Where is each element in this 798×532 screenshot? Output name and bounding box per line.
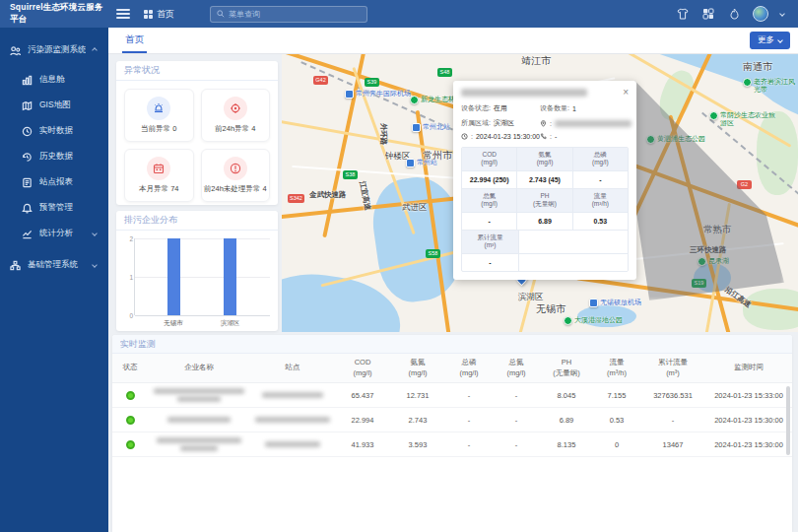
sidebar-item-label: GIS地图 [39, 100, 99, 111]
tab-home[interactable]: 首页 [122, 28, 147, 53]
monitor-time: 2024-01-23 15:33:00 [705, 391, 792, 400]
poi-label: 老齐岩滨江风光带 [754, 78, 798, 94]
chevron-up-icon [92, 47, 98, 53]
device-status-value: 在用 [494, 103, 507, 113]
search-input[interactable] [229, 10, 361, 19]
monitor-time: 2024-01-23 15:30:00 [705, 440, 792, 449]
map-icon [22, 100, 33, 111]
gis-map[interactable]: G42 S39 S48 S38 S58 S19 G2 S342 靖江市 南通市 … [282, 54, 798, 332]
stats-line-icon [22, 229, 33, 239]
stat-value: 74 [170, 184, 178, 193]
enterprise-distribution-panel: 排污企业分布 2 1 0 无锡市 滨湖区 [116, 211, 278, 331]
cod-value: 41.933 [335, 440, 390, 449]
header-home-nav[interactable]: 首页 [144, 8, 174, 21]
user-avatar[interactable] [753, 6, 768, 22]
poi-station-north[interactable]: 常州北站 [412, 123, 450, 132]
more-button-label: 更多 [758, 34, 774, 46]
poi-label: 无锡硕放机场 [600, 299, 641, 306]
poi-airport-shuofang[interactable]: 无锡硕放机场 [589, 299, 641, 307]
flow-value: 7.155 [593, 391, 640, 400]
poi-station[interactable]: 常州站 [406, 159, 437, 167]
metric-value: 2.743 (45) [517, 171, 572, 189]
theme-shirt-icon[interactable] [676, 7, 690, 21]
station-name-redacted [461, 89, 587, 97]
realtime-monitor-panel: 实时监测 状态 企业名称 站点 COD(mg/l) 氨氮(mg/l) 总磷(mg… [112, 335, 792, 532]
nh3-value: 3.593 [390, 440, 445, 449]
table-row[interactable]: 22.994 2.743 - - 6.89 0.53 - 2024-01-23 … [112, 408, 792, 432]
flow-value: 0 [593, 440, 640, 449]
sidebar-item-realtime-data[interactable]: 实时数据 [0, 118, 108, 144]
sidebar-item-alert-management[interactable]: 预警管理 [0, 195, 108, 221]
metric-name: 累计流量 [464, 233, 516, 241]
stat-label: 当前异常 [141, 124, 170, 133]
tp-value: - [445, 416, 493, 425]
table-row[interactable]: 65.437 12.731 - - 8.045 7.155 327636.531… [112, 383, 792, 408]
sidebar-group-pollution-monitor[interactable]: 污染源监测系统 [0, 37, 108, 63]
flame-icon[interactable] [727, 7, 741, 21]
metric-value: 22.994 (250) [462, 171, 517, 189]
stat-cards: 当前异常 0 前24h异常 4 本月异常 74 前24h未处理异常 4 [116, 81, 278, 210]
nature-poi-icon [410, 96, 419, 104]
poi-label: 新龙生态林 [421, 96, 455, 103]
metric-name: 流量 [575, 192, 626, 200]
poi-label: 常州北站 [423, 123, 450, 131]
poi-label: 常阴沙生态农业旅游区 [720, 111, 781, 127]
menu-search[interactable] [210, 6, 367, 23]
location-pin-icon [540, 120, 547, 127]
abnormal-status-title: 异常状况 [116, 61, 278, 81]
table-scrollbar[interactable] [786, 386, 790, 455]
chart-title: 排污企业分布 [116, 211, 278, 231]
user-menu-chevron-icon[interactable] [779, 11, 785, 17]
map-road-label: 金武快速路 [309, 190, 347, 200]
sidebar-item-statistics[interactable]: 统计分析 [0, 221, 108, 246]
map-city-label: 靖江市 [521, 54, 551, 68]
stat-value: 4 [251, 124, 255, 133]
ph-value: 8.045 [540, 391, 593, 400]
map-city-label: 南通市 [743, 60, 772, 74]
stat-card-24h-abnormal[interactable]: 前24h异常 4 [201, 89, 271, 142]
stat-label: 本月异常 [139, 184, 168, 193]
calendar-icon [147, 157, 170, 180]
poi-label: 常州站 [417, 159, 437, 166]
x-axis-label: 无锡市 [154, 319, 193, 328]
flow-value: 0.53 [593, 416, 640, 425]
chevron-down-icon [777, 37, 783, 43]
status-dot-green [126, 391, 135, 400]
metric-value: 0.53 [573, 213, 628, 231]
layout-panels-icon[interactable] [701, 7, 715, 21]
poi-riverside-scenic[interactable]: 老齐岩滨江风光带 [743, 78, 798, 94]
sidebar-item-history-data[interactable]: 历史数据 [0, 144, 108, 169]
x-axis-label: 滨湖区 [210, 319, 249, 328]
metric-unit: (mg/l) [575, 159, 626, 166]
device-count-label: 设备数量: [540, 103, 569, 113]
map-city-label: 无锡市 [536, 302, 565, 316]
bar-chart: 2 1 0 无锡市 滨湖区 [134, 234, 270, 329]
warning-icon [224, 157, 247, 180]
sidebar-item-gis-map[interactable]: GIS地图 [0, 93, 108, 118]
monitor-system-icon [10, 45, 21, 56]
table-header: 状态 企业名称 站点 COD(mg/l) 氨氮(mg/l) 总磷(mg/l) 总… [112, 354, 792, 383]
hamburger-menu-icon[interactable] [116, 9, 130, 19]
popup-close-icon[interactable]: × [623, 88, 629, 98]
sidebar-item-label: 信息舱 [39, 74, 99, 86]
stat-value: 4 [262, 184, 266, 193]
enterprise-name-redacted [148, 437, 250, 451]
metric-unit: (mg/l) [464, 159, 514, 166]
table-row[interactable]: 41.933 3.593 - - 8.135 0 13467 2024-01-2… [112, 432, 792, 457]
poi-airport[interactable]: 常州奔牛国际机场 [345, 90, 411, 99]
sidebar-group-base-management[interactable]: 基础管理系统 [0, 252, 108, 278]
poi-eco-agritourism[interactable]: 常阴沙生态农业旅游区 [709, 111, 781, 127]
app-logo: Squirrel生态环境云服务平台 [0, 2, 108, 26]
more-button[interactable]: 更多 [750, 32, 790, 49]
sidebar-item-info-cabin[interactable]: 信息舱 [0, 67, 108, 93]
sidebar-item-station-report[interactable]: 站点报表 [0, 169, 108, 195]
metric-name: 总磷 [575, 151, 626, 159]
chevron-down-icon [92, 231, 98, 236]
stat-card-current-abnormal[interactable]: 当前异常 0 [124, 89, 194, 142]
clock-icon [22, 126, 33, 137]
poi-wetland-park[interactable]: 大溪港湿地公园 [564, 316, 623, 325]
stat-card-24h-unhandled[interactable]: 前24h未处理异常 4 [201, 149, 271, 202]
stat-card-month-abnormal[interactable]: 本月异常 74 [124, 149, 194, 202]
ph-value: 8.135 [540, 440, 593, 449]
poi-eco-forest[interactable]: 新龙生态林 [410, 96, 455, 104]
